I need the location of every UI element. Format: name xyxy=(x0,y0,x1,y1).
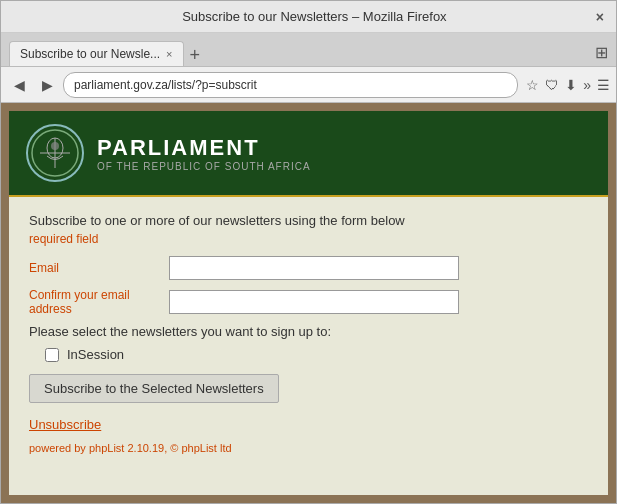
window-close-button[interactable]: × xyxy=(596,9,604,25)
window-title: Subscribe to our Newsletters – Mozilla F… xyxy=(33,9,596,24)
form-area: Subscribe to one or more of our newslett… xyxy=(9,197,608,495)
form-intro-text: Subscribe to one or more of our newslett… xyxy=(29,213,588,228)
svg-point-4 xyxy=(51,142,59,150)
active-tab[interactable]: Subscribe to our Newsle... × xyxy=(9,41,184,66)
grid-icon[interactable]: ⊞ xyxy=(595,43,608,62)
unsubscribe-link[interactable]: Unsubscribe xyxy=(29,417,588,432)
url-text: parliament.gov.za/lists/?p=subscrit xyxy=(74,78,257,92)
forward-icon: ▶ xyxy=(42,77,53,93)
parliament-title-block: PARLIAMENT OF THE REPUBLIC OF SOUTH AFRI… xyxy=(97,135,311,172)
email-input[interactable] xyxy=(169,256,459,280)
email-row: Email xyxy=(29,256,588,280)
url-bar[interactable]: parliament.gov.za/lists/?p=subscrit xyxy=(63,72,518,98)
required-field-label: required field xyxy=(29,232,588,246)
coat-of-arms-svg xyxy=(30,128,80,178)
tab-label: Subscribe to our Newsle... xyxy=(20,47,160,61)
subscribe-button[interactable]: Subscribe to the Selected Newsletters xyxy=(29,374,279,403)
email-label: Email xyxy=(29,261,169,275)
tab-close-button[interactable]: × xyxy=(166,48,172,60)
confirm-email-label: Confirm your email address xyxy=(29,288,169,316)
confirm-email-input[interactable] xyxy=(169,290,459,314)
download-icon[interactable]: ⬇ xyxy=(565,77,577,93)
forward-button[interactable]: ▶ xyxy=(35,73,59,97)
parliament-name: PARLIAMENT xyxy=(97,135,311,161)
logo-circle xyxy=(26,124,84,182)
page-content: PARLIAMENT OF THE REPUBLIC OF SOUTH AFRI… xyxy=(1,103,616,503)
parliament-logo xyxy=(25,123,85,183)
powered-by-text: powered by phpList 2.10.19, © phpList lt… xyxy=(29,442,232,454)
menu-icon[interactable]: ☰ xyxy=(597,77,610,93)
more-icon[interactable]: » xyxy=(583,77,591,93)
insession-checkbox[interactable] xyxy=(45,348,59,362)
toolbar-icons: ☆ 🛡 ⬇ » ☰ xyxy=(526,77,610,93)
newsletter-section-title: Please select the newsletters you want t… xyxy=(29,324,588,339)
title-bar: Subscribe to our Newsletters – Mozilla F… xyxy=(1,1,616,33)
browser-window: Subscribe to our Newsletters – Mozilla F… xyxy=(0,0,617,504)
parliament-subtitle: OF THE REPUBLIC OF SOUTH AFRICA xyxy=(97,161,311,172)
confirm-email-row: Confirm your email address xyxy=(29,288,588,316)
shield-icon[interactable]: 🛡 xyxy=(545,77,559,93)
back-button[interactable]: ◀ xyxy=(7,73,31,97)
newsletter-section: Please select the newsletters you want t… xyxy=(29,324,588,362)
parliament-header: PARLIAMENT OF THE REPUBLIC OF SOUTH AFRI… xyxy=(9,111,608,197)
newsletter-item: InSession xyxy=(45,347,588,362)
back-icon: ◀ xyxy=(14,77,25,93)
tab-bar: Subscribe to our Newsle... × + ⊞ xyxy=(1,33,616,67)
address-bar: ◀ ▶ parliament.gov.za/lists/?p=subscrit … xyxy=(1,67,616,103)
insession-label: InSession xyxy=(67,347,124,362)
new-tab-button[interactable]: + xyxy=(190,46,201,64)
bookmark-icon[interactable]: ☆ xyxy=(526,77,539,93)
inner-page: PARLIAMENT OF THE REPUBLIC OF SOUTH AFRI… xyxy=(9,111,608,495)
